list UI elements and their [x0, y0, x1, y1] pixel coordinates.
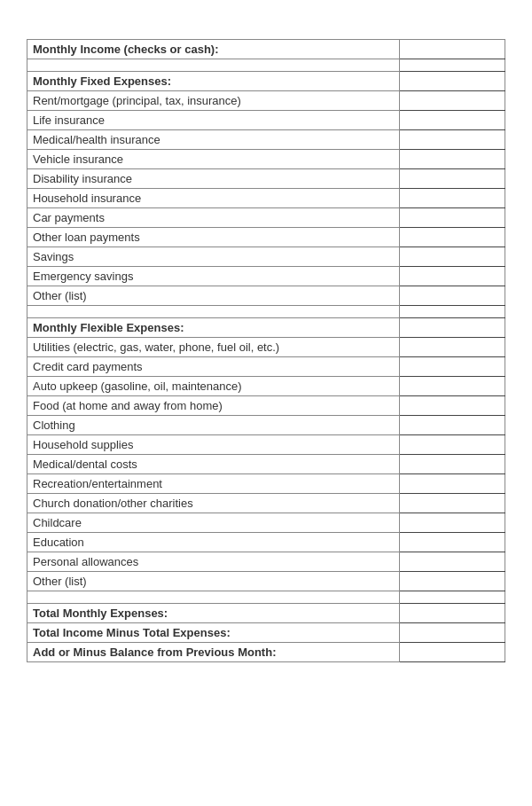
section-header-label: Monthly Flexible Expenses:	[27, 318, 400, 338]
row-value[interactable]	[400, 228, 505, 247]
bold-row-value[interactable]	[400, 643, 505, 662]
row-label: Car payments	[27, 208, 400, 228]
row-value[interactable]	[400, 455, 505, 474]
row-value[interactable]	[400, 494, 505, 513]
row-value[interactable]	[400, 572, 505, 591]
row-label: Food (at home and away from home)	[27, 396, 400, 416]
row-label: Other (list)	[27, 572, 400, 591]
row-label: Education	[27, 533, 400, 552]
section-header-label: Monthly Fixed Expenses:	[27, 72, 400, 91]
row-value[interactable]	[400, 247, 505, 267]
row-label: Childcare	[27, 513, 400, 533]
row-value[interactable]	[400, 513, 505, 533]
row-value[interactable]	[400, 150, 505, 169]
row-label: Life insurance	[27, 111, 400, 130]
row-value[interactable]	[400, 377, 505, 396]
row-label: Medical/dental costs	[27, 455, 400, 474]
row-label: Household supplies	[27, 435, 400, 455]
row-label: Recreation/entertainment	[27, 474, 400, 494]
row-label: Other loan payments	[27, 228, 400, 247]
row-label: Medical/health insurance	[27, 130, 400, 150]
bold-row-value[interactable]	[400, 623, 505, 643]
empty-label	[27, 306, 400, 318]
row-label: Credit card payments	[27, 357, 400, 377]
row-label: Rent/mortgage (principal, tax, insurance…	[27, 91, 400, 111]
bold-row-label: Total Monthly Expenses:	[27, 604, 400, 623]
bold-row-value[interactable]	[400, 604, 505, 623]
row-value[interactable]	[400, 169, 505, 189]
row-label: Personal allowances	[27, 552, 400, 572]
row-value[interactable]	[400, 435, 505, 455]
row-label: Household insurance	[27, 189, 400, 208]
row-value[interactable]	[400, 267, 505, 286]
empty-value	[400, 591, 505, 604]
row-value[interactable]	[400, 396, 505, 416]
bold-row-label: Add or Minus Balance from Previous Month…	[27, 643, 400, 662]
bold-row-label: Total Income Minus Total Expenses:	[27, 623, 400, 643]
section-header-label: Monthly Income (checks or cash):	[27, 40, 400, 59]
row-value[interactable]	[400, 208, 505, 228]
row-label: Other (list)	[27, 286, 400, 306]
row-label: Disability insurance	[27, 169, 400, 189]
row-value[interactable]	[400, 189, 505, 208]
row-value[interactable]	[400, 91, 505, 111]
row-value[interactable]	[400, 338, 505, 357]
row-label: Vehicle insurance	[27, 150, 400, 169]
row-label: Utilities (electric, gas, water, phone, …	[27, 338, 400, 357]
empty-value	[400, 306, 505, 318]
row-value[interactable]	[400, 533, 505, 552]
row-label: Emergency savings	[27, 267, 400, 286]
empty-value	[400, 59, 505, 72]
row-label: Clothing	[27, 416, 400, 435]
row-label: Church donation/other charities	[27, 494, 400, 513]
row-value[interactable]	[400, 286, 505, 306]
row-value[interactable]	[400, 474, 505, 494]
row-value[interactable]	[400, 357, 505, 377]
row-value[interactable]	[400, 130, 505, 150]
section-header-value	[400, 72, 505, 91]
empty-label	[27, 59, 400, 72]
row-value[interactable]	[400, 111, 505, 130]
section-header-value	[400, 40, 505, 59]
row-label: Savings	[27, 247, 400, 267]
row-value[interactable]	[400, 416, 505, 435]
budget-form-table: Monthly Income (checks or cash):Monthly …	[27, 39, 505, 662]
row-value[interactable]	[400, 552, 505, 572]
empty-label	[27, 591, 400, 604]
section-header-value	[400, 318, 505, 338]
row-label: Auto upkeep (gasoline, oil, maintenance)	[27, 377, 400, 396]
